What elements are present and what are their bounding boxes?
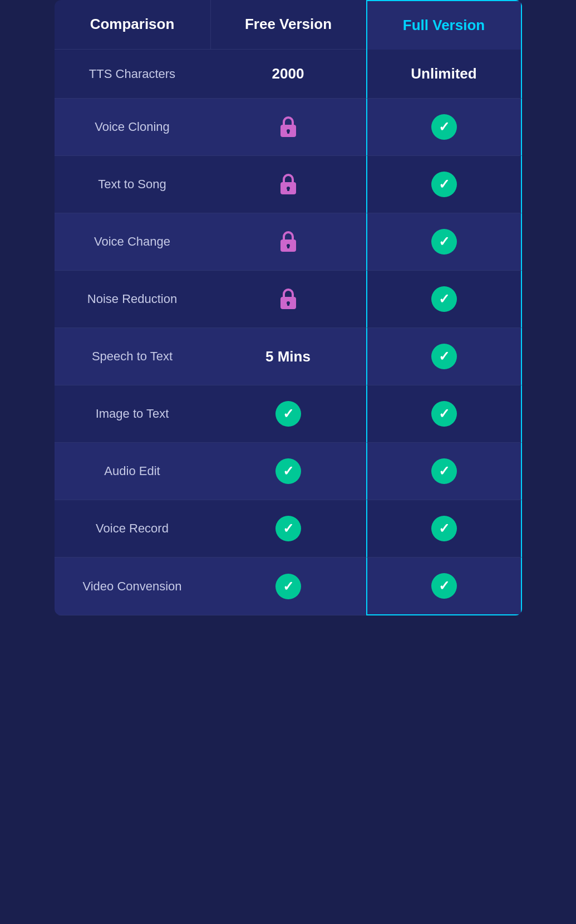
check-mark: ✓ <box>283 465 294 478</box>
table-row: Voice Record✓✓ <box>55 500 522 558</box>
full-version-cell: ✓ <box>366 213 522 271</box>
free-version-cell <box>210 156 366 213</box>
feature-name-cell: Speech to Text <box>55 328 210 385</box>
feature-name-cell: Text to Song <box>55 156 210 213</box>
full-version-cell: ✓ <box>366 558 522 615</box>
table-row: Video Convension✓✓ <box>55 558 522 615</box>
check-circle-icon: ✓ <box>275 516 301 541</box>
feature-name-cell: Noise Reduction <box>55 271 210 328</box>
header-free-version: Free Version <box>210 0 366 50</box>
check-mark: ✓ <box>439 120 450 134</box>
header-comparison: Comparison <box>55 0 210 50</box>
free-version-cell: 5 Mins <box>210 328 366 385</box>
lock-svg <box>278 287 298 311</box>
lock-icon <box>276 115 301 139</box>
lock-svg <box>278 115 298 139</box>
check-circle-icon: ✓ <box>431 573 457 599</box>
header-full-version: Full Version <box>366 0 522 50</box>
check-circle-icon: ✓ <box>431 286 457 312</box>
full-version-cell: ✓ <box>366 385 522 443</box>
feature-name-cell: Video Convension <box>55 558 210 615</box>
free-version-cell: ✓ <box>210 443 366 500</box>
check-mark: ✓ <box>283 407 294 421</box>
full-version-cell: ✓ <box>366 328 522 385</box>
lock-svg <box>278 172 298 197</box>
feature-name-cell: Image to Text <box>55 385 210 443</box>
check-mark: ✓ <box>283 580 294 593</box>
table-row: TTS Characters2000Unlimited <box>55 50 522 99</box>
check-circle-icon: ✓ <box>275 458 301 484</box>
free-version-cell <box>210 213 366 271</box>
check-circle-icon: ✓ <box>431 401 457 427</box>
check-mark: ✓ <box>439 522 450 535</box>
full-version-cell: ✓ <box>366 156 522 213</box>
full-version-cell: ✓ <box>366 443 522 500</box>
table-row: Audio Edit✓✓ <box>55 443 522 500</box>
table-row: Text to Song ✓ <box>55 156 522 213</box>
table-row: Voice Cloning ✓ <box>55 99 522 156</box>
free-version-cell: 2000 <box>210 50 366 99</box>
check-circle-icon: ✓ <box>431 458 457 484</box>
free-version-cell: ✓ <box>210 500 366 558</box>
check-mark: ✓ <box>439 178 450 191</box>
free-version-cell <box>210 99 366 156</box>
free-version-cell <box>210 271 366 328</box>
check-mark: ✓ <box>439 350 450 363</box>
lock-svg <box>278 229 298 254</box>
check-circle-icon: ✓ <box>431 344 457 369</box>
feature-name-cell: Voice Change <box>55 213 210 271</box>
check-mark: ✓ <box>439 579 450 593</box>
free-version-cell: ✓ <box>210 558 366 615</box>
svg-rect-11 <box>287 303 289 306</box>
lock-icon <box>276 229 301 254</box>
feature-name-cell: Voice Cloning <box>55 99 210 156</box>
table-body: TTS Characters2000UnlimitedVoice Cloning… <box>55 50 522 615</box>
table-row: Noise Reduction ✓ <box>55 271 522 328</box>
svg-rect-8 <box>287 246 289 248</box>
full-version-cell: ✓ <box>366 271 522 328</box>
table-row: Speech to Text5 Mins✓ <box>55 328 522 385</box>
check-circle-icon: ✓ <box>431 229 457 255</box>
check-circle-icon: ✓ <box>275 574 301 599</box>
free-value-text: 5 Mins <box>265 348 311 365</box>
svg-rect-5 <box>287 188 289 191</box>
full-version-cell: Unlimited <box>366 50 522 99</box>
full-version-cell: ✓ <box>366 500 522 558</box>
table-row: Image to Text✓✓ <box>55 385 522 443</box>
full-value-text: Unlimited <box>411 65 476 82</box>
check-circle-icon: ✓ <box>431 114 457 140</box>
full-version-cell: ✓ <box>366 99 522 156</box>
lock-icon <box>276 172 301 197</box>
comparison-table: Comparison Free Version Full Version TTS… <box>55 0 522 615</box>
check-mark: ✓ <box>439 407 450 421</box>
check-mark: ✓ <box>439 235 450 248</box>
table-row: Voice Change ✓ <box>55 213 522 271</box>
check-circle-icon: ✓ <box>431 516 457 541</box>
svg-rect-2 <box>287 131 289 134</box>
table-header: Comparison Free Version Full Version <box>55 0 522 50</box>
check-mark: ✓ <box>283 522 294 535</box>
check-mark: ✓ <box>439 465 450 478</box>
feature-name-cell: TTS Characters <box>55 50 210 99</box>
check-circle-icon: ✓ <box>275 401 301 427</box>
check-mark: ✓ <box>439 292 450 306</box>
lock-icon <box>276 287 301 311</box>
feature-name-cell: Audio Edit <box>55 443 210 500</box>
feature-name-cell: Voice Record <box>55 500 210 558</box>
free-value-text: 2000 <box>272 65 304 82</box>
free-version-cell: ✓ <box>210 385 366 443</box>
check-circle-icon: ✓ <box>431 172 457 197</box>
